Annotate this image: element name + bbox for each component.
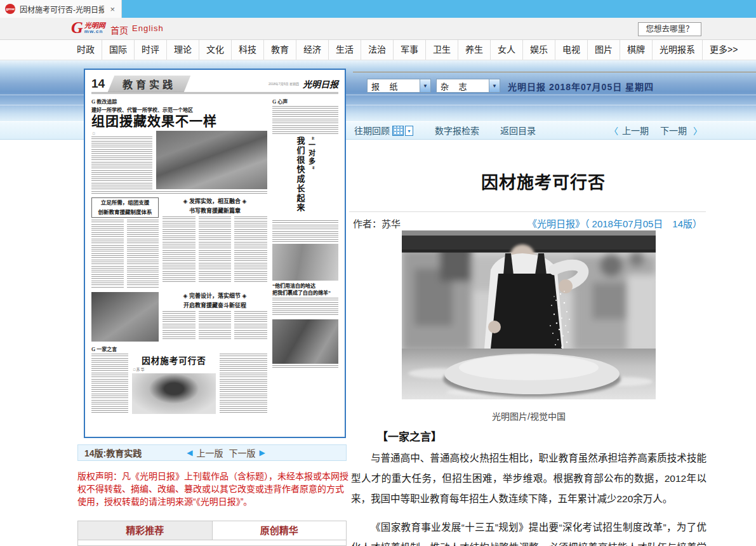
nav-item[interactable]: 国际: [102, 40, 134, 60]
prev-page-arrow-icon[interactable]: ◀: [187, 448, 192, 457]
thumb-subhead: ◈ 发挥实效，相互融合 ◈: [162, 197, 267, 205]
nav-item-more[interactable]: 更多>>: [702, 40, 745, 60]
chevron-down-icon[interactable]: ▼: [420, 79, 430, 92]
thumb-quote-headline: “他们用洁白的哈达: [272, 283, 338, 290]
back-issues-link[interactable]: 往期回顾: [354, 122, 390, 140]
nav-item[interactable]: 教育: [263, 40, 296, 60]
nav-item[interactable]: 理论: [166, 40, 199, 60]
page: gmw 因材施考可行否-光明日报-: × G 光明网 mw.cn 首页 Engl…: [0, 0, 756, 546]
page-nav-bar: 14版:教育实践 ◀ 上一版 下一版 ▶: [77, 444, 347, 461]
next-issue-link[interactable]: 下一期: [660, 122, 687, 140]
nav-item[interactable]: 经济: [296, 40, 328, 60]
nav-item[interactable]: 法治: [361, 40, 393, 60]
text-lines-placeholder: [91, 191, 267, 194]
text-lines-placeholder: [272, 106, 338, 134]
thumb-page-number: 14: [91, 77, 105, 91]
banner-divider: [353, 72, 756, 72]
nav-item[interactable]: 娱乐: [522, 40, 555, 60]
tab-featured[interactable]: 精彩推荐: [78, 521, 213, 540]
thumb-column-tag: G 一家之言: [91, 347, 117, 352]
thumb-article-headline: 因材施考可行否: [132, 354, 216, 366]
text-lines-placeholder: [199, 216, 232, 283]
text-lines-placeholder: [127, 220, 159, 288]
newspaper-thumbnail[interactable]: 14 教育实践 2018年7月5日 星期四 光明日报 G 教改追踪 建好一所学校…: [84, 69, 346, 438]
thumb-masthead-row: 14 教育实践 2018年7月5日 星期四 光明日报: [91, 75, 338, 94]
text-lines-placeholder: [234, 311, 267, 340]
thumb-photo-kids: [91, 292, 159, 342]
tab-original[interactable]: 原创精华: [213, 521, 347, 540]
text-lines-placeholder: [272, 365, 338, 368]
nav-item[interactable]: 图片: [587, 40, 620, 60]
article-source: 《光明日报》（ 2018年07月05日 14版）: [353, 216, 702, 230]
browser-tab-bar: gmw 因材施考可行否-光明日报-: ×: [0, 0, 756, 18]
next-page-arrow-icon[interactable]: ▶: [259, 448, 265, 457]
thumb-section-title: 教育实践: [123, 76, 176, 91]
site-logo[interactable]: G 光明网 mw.cn: [71, 20, 105, 36]
home-link[interactable]: 首页: [110, 23, 128, 36]
thumb-article-byline: □ 苏 华: [133, 367, 216, 372]
thumb-masthead-logo: 光明日报: [303, 77, 338, 90]
nav-item[interactable]: 生活: [328, 40, 361, 60]
section-tag: 【一家之言】: [377, 428, 442, 444]
thumb-vertical-headline: 我们很快成长起来 “一对多”: [272, 136, 338, 218]
text-lines-placeholder: [91, 220, 124, 288]
thumb-byline: □: [93, 131, 152, 135]
text-lines-placeholder: [162, 311, 196, 340]
english-link[interactable]: English: [132, 23, 164, 33]
thumb-photo-classroom: [272, 244, 338, 281]
thumb-subhead: 创新教育援藏制度体系: [93, 209, 157, 216]
return-contents-link[interactable]: 返回目录: [500, 122, 536, 140]
digital-search-link[interactable]: 数字报检索: [435, 122, 479, 140]
thumb-dateline: 2018年7月5日 星期四: [269, 81, 299, 86]
search-box[interactable]: 您想去哪里？: [638, 22, 701, 36]
text-lines-placeholder: [162, 216, 196, 283]
nav-item[interactable]: 军事: [393, 40, 425, 60]
nav-item[interactable]: 卫生: [425, 40, 458, 60]
nav-item[interactable]: 时评: [134, 40, 166, 60]
newspaper-select-value: 报 纸: [368, 80, 420, 92]
article-title: 因材施考可行否: [349, 169, 738, 194]
next-page-link[interactable]: 下一版: [229, 446, 255, 459]
thumb-quote-headline: 把我们裹成了白白的绵羊”: [272, 290, 338, 296]
logo-domain: mw.cn: [84, 29, 105, 34]
nav-item[interactable]: 养生: [458, 40, 490, 60]
article-paragraph: 与普通高中、普通高校火热招生相比，职业教育虽然承担培养高素质技术技能型人才的重大…: [351, 448, 706, 509]
article-photo: [402, 230, 656, 399]
thumb-subhead: ◈ 完善设计，落实细节 ◈: [162, 292, 267, 300]
prev-page-link[interactable]: 上一版: [196, 446, 223, 459]
logo-name: 光明网: [84, 22, 105, 29]
thumb-main-headline: 组团援藏效果不一样: [91, 114, 267, 129]
page-label: 14版:教育实践: [84, 446, 142, 459]
thumb-subhead: 开启教育援藏奋斗新征程: [162, 302, 267, 309]
prev-issue-link[interactable]: 上一期: [622, 122, 649, 140]
nav-item[interactable]: 棋牌: [620, 40, 652, 60]
nav-item[interactable]: 文化: [199, 40, 231, 60]
nav-item[interactable]: 时政: [70, 40, 102, 60]
calendar-dropdown-icon[interactable]: ▼: [405, 126, 413, 136]
nav-item[interactable]: 科技: [231, 40, 263, 60]
nav-item[interactable]: 电视: [555, 40, 587, 60]
newspaper-select[interactable]: 报 纸 ▼: [367, 79, 431, 93]
text-lines-placeholder: [220, 354, 267, 415]
next-chevron-icon[interactable]: 〉: [693, 122, 702, 140]
magazine-select[interactable]: 杂 志 ▼: [436, 79, 500, 93]
calendar-icon[interactable]: [392, 126, 404, 136]
nav-item[interactable]: 光明报系: [652, 40, 702, 60]
photo-caption: 光明图片/视觉中国: [402, 410, 656, 422]
text-lines-placeholder: [91, 136, 152, 190]
magazine-select-value: 杂 志: [437, 80, 489, 92]
copyright-notice: 版权声明：凡《光明日报》上刊载作品（含标题），未经本报或本网授权不得转载、摘编、…: [77, 470, 349, 508]
content-tabs: 精彩推荐 原创精华: [77, 521, 347, 546]
tab-close-icon[interactable]: ×: [109, 4, 116, 14]
thumb-photo-students: [272, 319, 338, 364]
chevron-down-icon[interactable]: ▼: [489, 79, 500, 92]
nav-item[interactable]: 女人: [490, 40, 522, 60]
site-header: G 光明网 mw.cn 首页 English 您想去哪里？: [0, 18, 756, 39]
site-favicon-icon: gmw: [5, 4, 15, 14]
text-lines-placeholder: [234, 216, 267, 283]
text-lines-placeholder: [91, 354, 128, 415]
thumb-subhead: 立足所需，组团支援: [93, 199, 157, 206]
browser-tab[interactable]: gmw 因材施考可行否-光明日报-: ×: [0, 0, 122, 18]
thumb-photo-group: [156, 131, 267, 189]
prev-chevron-icon[interactable]: 〈: [609, 122, 618, 140]
